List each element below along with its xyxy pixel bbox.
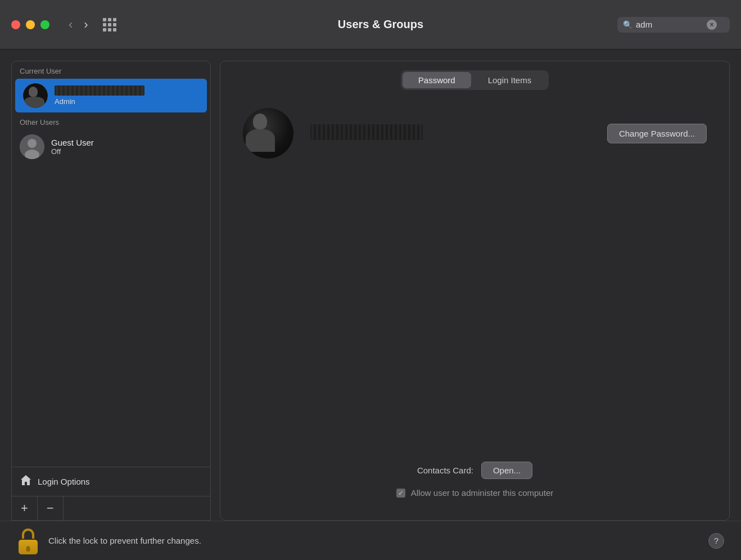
home-icon [20,474,32,489]
large-avatar-image [243,108,293,159]
admin-checkbox-label: Allow user to administer this computer [411,488,553,498]
segmented-control: Password Login Items [220,61,729,97]
sidebar-actions: + − [12,496,210,520]
current-user-role: Admin [55,97,144,106]
home-icon-svg [20,474,32,486]
search-box: 🔍 × [617,17,730,33]
lock-shackle [22,529,34,539]
guest-user-status: Off [51,147,94,156]
sidebar-spacer [12,164,210,467]
lock-keyhole [26,546,30,552]
contacts-card-row: Contacts Card: Open... [243,462,707,479]
grid-dot [103,18,106,21]
actions-spacer [64,496,210,520]
change-password-button[interactable]: Change Password... [607,124,707,143]
large-user-avatar [243,108,293,159]
guest-user-info: Guest User Off [51,138,94,156]
grid-dot [108,18,111,21]
grid-dot [108,28,111,31]
user-full-name-area [310,124,423,142]
minimize-button[interactable] [26,20,35,29]
lock-body [19,540,38,554]
guest-user-item[interactable]: Guest User Off [12,130,210,164]
person-icon [20,134,44,159]
bottom-bar: Click the lock to prevent further change… [0,521,741,560]
current-user-avatar-image [23,83,48,108]
forward-button[interactable]: › [80,16,91,33]
search-clear-button[interactable]: × [707,20,717,30]
app-grid-icon[interactable] [103,18,116,31]
help-button[interactable]: ? [708,533,724,549]
panel-content-spacer [243,170,707,462]
current-user-info: Admin [55,85,144,106]
search-input[interactable] [636,20,703,29]
lock-icon-wrap[interactable] [17,527,39,554]
search-icon: 🔍 [623,20,632,29]
grid-dot [108,23,111,26]
back-button[interactable]: ‹ [65,16,76,33]
current-user-label: Current User [12,61,210,79]
titlebar: ‹ › Users & Groups 🔍 × [0,0,741,49]
window-controls [11,20,49,29]
contacts-card-label: Contacts Card: [417,466,473,475]
user-detail-header: Change Password... [243,108,707,159]
guest-user-avatar [20,134,44,159]
svg-point-1 [28,139,37,148]
panel-body: Change Password... Contacts Card: Open..… [220,97,729,520]
grid-dot [113,23,116,26]
grid-dot [103,23,106,26]
current-user-name [55,85,144,97]
other-users-label: Other Users [12,112,210,130]
tab-password[interactable]: Password [403,72,471,88]
add-user-button[interactable]: + [12,496,38,520]
open-contacts-button[interactable]: Open... [481,462,532,479]
tab-login-items[interactable]: Login Items [472,72,548,88]
user-full-name-redacted [310,124,423,140]
current-user-avatar [23,83,48,108]
remove-user-button[interactable]: − [38,496,64,520]
admin-checkbox[interactable] [396,489,405,498]
current-user-item[interactable]: Admin [15,79,207,112]
grid-dot [113,28,116,31]
redacted-username [55,85,144,96]
sidebar: Current User Admin Other Users [11,61,211,521]
nav-arrows: ‹ › [65,16,92,33]
lock-status-text: Click the lock to prevent further change… [48,536,201,545]
tab-wrapper: Password Login Items [401,70,549,90]
close-button[interactable] [11,20,20,29]
guest-user-name: Guest User [51,138,94,147]
grid-dot [113,18,116,21]
login-options-button[interactable]: Login Options [12,467,210,496]
grid-dot [103,28,106,31]
main-content: Current User Admin Other Users [0,49,741,521]
maximize-button[interactable] [40,20,49,29]
panel-footer: Contacts Card: Open... Allow user to adm… [243,462,707,509]
window-title: Users & Groups [338,18,423,31]
login-options-label: Login Options [38,477,90,486]
admin-checkbox-row: Allow user to administer this computer [243,488,707,498]
right-panel: Password Login Items Change Password... [220,61,730,521]
